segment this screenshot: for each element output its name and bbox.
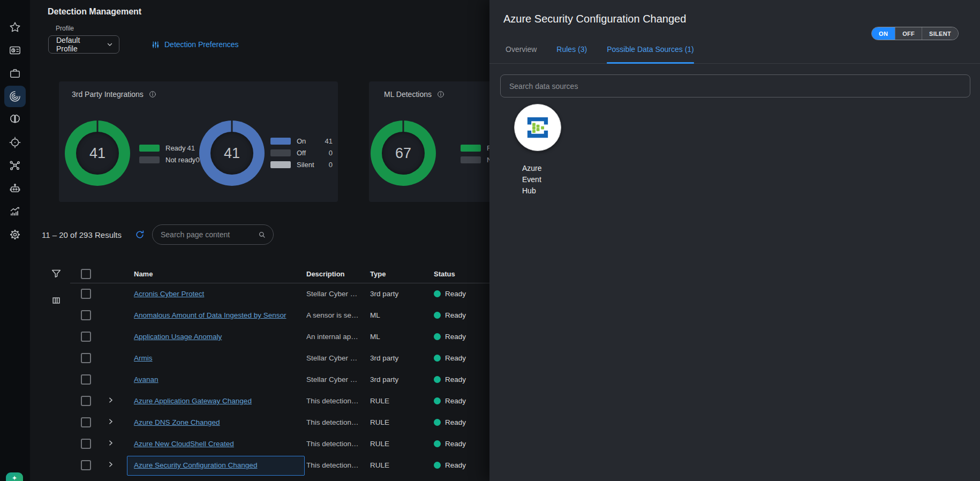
- column-header-name[interactable]: Name: [134, 270, 153, 278]
- sidebar-item-connections[interactable]: [4, 155, 26, 176]
- sidebar-item-automation[interactable]: [4, 178, 26, 199]
- status-label: Ready: [445, 375, 466, 384]
- filter-button[interactable]: [50, 268, 62, 282]
- row-checkbox[interactable]: [81, 439, 91, 449]
- donut-value: 41: [89, 145, 105, 162]
- row-checkbox[interactable]: [81, 332, 91, 342]
- assistant-fab[interactable]: ✦: [6, 472, 23, 481]
- row-checkbox[interactable]: [81, 396, 91, 406]
- target-icon: [9, 136, 21, 149]
- detection-name-link[interactable]: Azure DNS Zone Changed: [134, 418, 220, 426]
- table-row[interactable]: Azure New CloudShell Created This detect…: [30, 433, 491, 455]
- detection-status: Ready: [434, 461, 466, 469]
- profile-dropdown[interactable]: Default Profile: [48, 35, 119, 54]
- detection-status: Ready: [434, 375, 466, 384]
- donut-value: 67: [395, 145, 411, 162]
- gear-icon: [9, 228, 21, 241]
- expand-button[interactable]: [105, 416, 116, 429]
- table-row[interactable]: Armis Stellar Cyber … 3rd party Ready: [30, 348, 491, 369]
- legend-swatch: [139, 156, 160, 163]
- table-row[interactable]: Azure Application Gateway Changed This d…: [30, 390, 491, 412]
- sidebar-item-detections[interactable]: [4, 86, 26, 107]
- status-dot: [434, 419, 441, 426]
- row-checkbox[interactable]: [81, 353, 91, 363]
- status-label: Ready: [445, 397, 466, 405]
- tab-possible-data-sources[interactable]: Possible Data Sources (1): [607, 45, 694, 63]
- sidebar-item-reports[interactable]: [4, 201, 26, 222]
- detection-type: RULE: [370, 440, 389, 448]
- column-header-status[interactable]: Status: [434, 270, 455, 278]
- status-dot: [434, 333, 441, 340]
- detection-name-link[interactable]: Azure Security Configuration Changed: [134, 461, 257, 469]
- donut-value: 41: [224, 145, 240, 162]
- table-row[interactable]: Avanan Stellar Cyber … 3rd party Ready: [30, 369, 491, 390]
- chevron-down-icon: [106, 41, 114, 48]
- refresh-button[interactable]: [134, 229, 145, 242]
- tab-overview[interactable]: Overview: [506, 45, 537, 63]
- table-row[interactable]: Application Usage Anomaly An internal ap…: [30, 326, 491, 348]
- sidebar-item-cases[interactable]: [4, 63, 26, 84]
- info-icon[interactable]: [436, 90, 445, 99]
- toggle-off-button[interactable]: OFF: [895, 27, 922, 40]
- status-label: Ready: [445, 311, 466, 319]
- detection-name-link-wrap: Avanan: [134, 375, 159, 384]
- detection-name-link[interactable]: Azure Application Gateway Changed: [134, 397, 252, 405]
- sidebar-item-favorites[interactable]: [4, 17, 26, 38]
- filter-icon: [50, 268, 62, 280]
- donut-ml: 67: [371, 121, 436, 186]
- info-icon[interactable]: [148, 90, 157, 99]
- sidebar-item-dashboards[interactable]: [4, 40, 26, 61]
- expand-button[interactable]: [105, 395, 116, 408]
- page-title: Detection Management: [48, 7, 141, 17]
- page-search-input[interactable]: [161, 230, 258, 239]
- network-icon: [9, 159, 21, 172]
- row-checkbox[interactable]: [81, 310, 91, 320]
- row-checkbox[interactable]: [81, 289, 91, 299]
- detection-name-link[interactable]: Anomalous Amount of Data Ingested by Sen…: [134, 311, 286, 319]
- row-checkbox[interactable]: [81, 460, 91, 470]
- expand-button[interactable]: [105, 459, 116, 472]
- toggle-on-button[interactable]: ON: [872, 27, 895, 40]
- detection-name-link[interactable]: Avanan: [134, 375, 159, 384]
- detection-name-link[interactable]: Application Usage Anomaly: [134, 333, 222, 341]
- row-checkbox[interactable]: [81, 417, 91, 427]
- detection-preferences-link[interactable]: Detection Preferences: [151, 35, 239, 54]
- tab-rules[interactable]: Rules (3): [556, 45, 587, 63]
- table-row[interactable]: Acronis Cyber Protect Stellar Cyber … 3r…: [30, 283, 491, 305]
- sidebar-item-settings[interactable]: [4, 224, 26, 245]
- legend-value: 0: [329, 149, 333, 157]
- expand-button[interactable]: [105, 438, 116, 450]
- state-toggle: ON OFF SILENT: [871, 27, 959, 40]
- status-label: Ready: [445, 354, 466, 362]
- sidebar-item-hunting[interactable]: [4, 132, 26, 153]
- table-row[interactable]: Azure DNS Zone Changed This detection… R…: [30, 412, 491, 433]
- sparkle-icon: ✦: [12, 474, 18, 481]
- sidebar: ✦: [0, 0, 30, 481]
- table-row[interactable]: Anomalous Amount of Data Ingested by Sen…: [30, 305, 491, 326]
- sidebar-item-ml[interactable]: [4, 109, 26, 130]
- status-dot: [434, 290, 441, 297]
- data-source-item[interactable]: Azure Event Hub: [514, 104, 573, 197]
- search-icon[interactable]: [258, 230, 266, 239]
- legend-label: Off: [297, 149, 306, 157]
- status-dot: [434, 440, 441, 447]
- data-source-search-input[interactable]: [509, 82, 961, 91]
- detection-name-link-wrap: Acronis Cyber Protect: [134, 290, 204, 298]
- toggle-silent-button[interactable]: SILENT: [922, 27, 958, 40]
- chevron-right-icon: [105, 459, 116, 470]
- detail-panel: Azure Security Configuration Changed ON …: [489, 0, 980, 481]
- detection-name-link[interactable]: Azure New CloudShell Created: [134, 440, 234, 448]
- azure-event-hub-icon: [523, 113, 552, 142]
- legend-swatch: [270, 149, 291, 156]
- column-header-type[interactable]: Type: [370, 270, 386, 278]
- detection-description: Stellar Cyber …: [306, 290, 364, 298]
- legend-item: Not ready 0: [139, 156, 195, 163]
- detection-name-link[interactable]: Acronis Cyber Protect: [134, 290, 204, 298]
- row-checkbox[interactable]: [81, 374, 91, 385]
- detection-name-link[interactable]: Armis: [134, 354, 153, 362]
- column-header-description[interactable]: Description: [306, 270, 345, 278]
- table-row[interactable]: Azure Security Configuration Changed Thi…: [30, 455, 491, 476]
- legend-value: 41: [187, 144, 195, 152]
- select-all-checkbox[interactable]: [81, 269, 91, 279]
- star-icon: [9, 21, 21, 34]
